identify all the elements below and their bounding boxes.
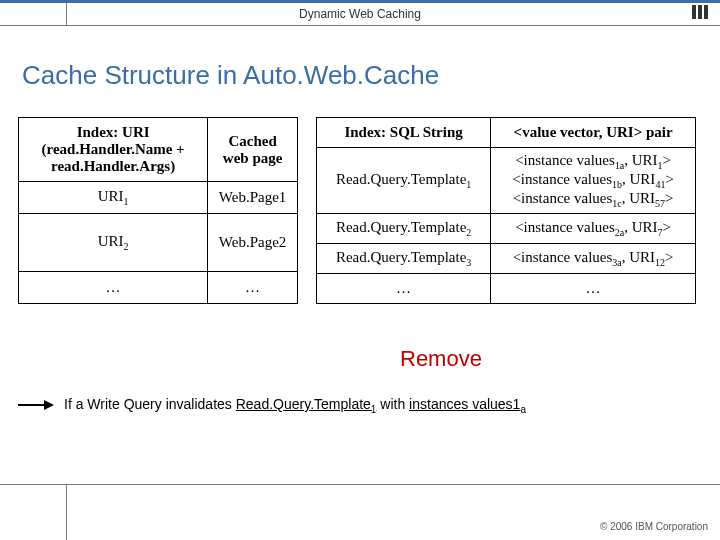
slide-title: Cache Structure in Auto.Web.Cache: [22, 60, 720, 91]
footer-bar: © 2006 IBM Corporation: [0, 484, 720, 540]
table-row: URI1 Web.Page1: [19, 182, 298, 214]
header-title: Dynamic Web Caching: [299, 7, 421, 21]
note-text: If a Write Query invalidates Read.Query.…: [64, 396, 526, 415]
sql-cache-table: Index: SQL String <value vector, URI> pa…: [316, 117, 696, 304]
copyright-text: © 2006 IBM Corporation: [600, 521, 708, 532]
remove-label: Remove: [400, 346, 482, 372]
table-row: URI2 Web.Page2: [19, 214, 298, 272]
footer-divider: [66, 485, 67, 540]
table-row: Read.Query.Template3 <instance values3a,…: [317, 244, 696, 274]
right-header-pair: <value vector, URI> pair: [491, 118, 696, 148]
arrow-icon: [18, 400, 54, 410]
left-header-index: Index: URI (read.Handler.Name + read.Han…: [19, 118, 208, 182]
note-row: If a Write Query invalidates Read.Query.…: [18, 396, 526, 415]
ibm-logo-icon: [692, 5, 708, 19]
header-bar: Dynamic Web Caching: [0, 0, 720, 26]
uri-cache-table: Index: URI (read.Handler.Name + read.Han…: [18, 117, 298, 304]
left-header-page: Cached web page: [208, 118, 298, 182]
table-row: … …: [317, 274, 696, 304]
header-divider: [66, 3, 67, 25]
table-row: … …: [19, 271, 298, 303]
table-row: Read.Query.Template1 <instance values1a,…: [317, 148, 696, 214]
content-area: Index: URI (read.Handler.Name + read.Han…: [0, 117, 720, 304]
table-row: Read.Query.Template2 <instance values2a,…: [317, 214, 696, 244]
right-header-index: Index: SQL String: [317, 118, 491, 148]
